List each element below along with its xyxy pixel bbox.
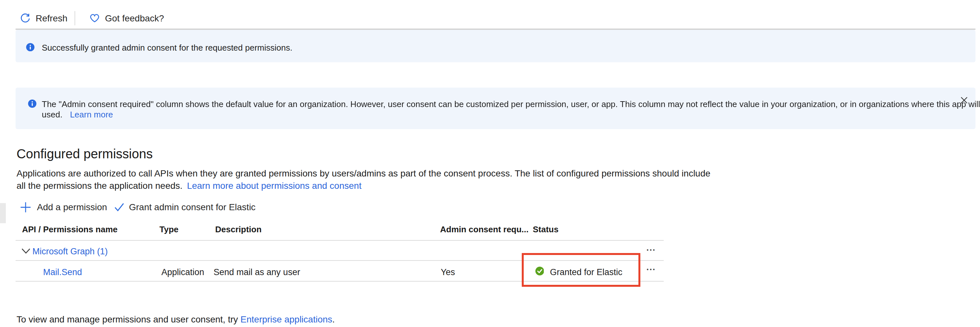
info-icon — [26, 43, 35, 51]
banner-text-line2: used. — [42, 110, 62, 120]
footer-text: To view and manage permissions and user … — [16, 314, 240, 324]
column-header-admin-consent: Admin consent requ... — [440, 225, 528, 234]
grant-admin-consent-button[interactable]: Grant admin consent for Elastic — [114, 201, 256, 213]
red-highlight-annotation — [522, 253, 640, 286]
permission-description-cell: Send mail as any user — [213, 267, 300, 277]
success-banner-text: Successfully granted admin consent for t… — [42, 43, 292, 52]
row-context-menu-button[interactable]: ••• — [643, 246, 660, 254]
toolbar-divider — [75, 11, 75, 25]
info-icon — [28, 99, 37, 108]
footer-period: . — [332, 314, 335, 324]
add-permission-button[interactable]: Add a permission — [20, 201, 107, 213]
learn-more-link[interactable]: Learn more — [70, 110, 113, 120]
grant-admin-consent-label: Grant admin consent for Elastic — [129, 202, 256, 212]
check-icon — [114, 202, 124, 212]
banner-text-line1: The "Admin consent required" column show… — [42, 99, 980, 108]
permission-type-cell: Application — [161, 267, 204, 277]
refresh-label: Refresh — [36, 13, 67, 23]
plus-icon — [20, 201, 31, 212]
page-title: Configured permissions — [16, 146, 153, 161]
admin-consent-banner-text: The "Admin consent required" column show… — [42, 99, 980, 120]
section-description: Applications are authorized to call APIs… — [16, 167, 710, 191]
permissions-table: API / Permissions name Type Description … — [16, 220, 663, 292]
enterprise-applications-link[interactable]: Enterprise applications — [240, 314, 332, 324]
header-divider — [16, 240, 663, 241]
column-header-status: Status — [533, 225, 558, 234]
description-line2: all the permissions the application need… — [16, 180, 183, 190]
heart-icon — [89, 13, 100, 23]
commandbar-separator — [16, 29, 975, 30]
api-permissions-page: Refresh Got feedback? Successfully grant… — [0, 0, 980, 327]
refresh-button[interactable]: Refresh — [20, 12, 67, 24]
refresh-icon — [20, 13, 30, 23]
footer-note: To view and manage permissions and user … — [16, 314, 335, 324]
feedback-label: Got feedback? — [105, 13, 164, 23]
row-context-menu-button[interactable]: ••• — [643, 266, 660, 274]
chevron-down-icon[interactable] — [21, 247, 30, 254]
left-edge-scrollbar[interactable] — [0, 203, 6, 223]
add-permission-label: Add a permission — [37, 202, 107, 212]
column-header-type: Type — [159, 225, 178, 234]
learn-more-permissions-link[interactable]: Learn more about permissions and consent — [187, 180, 362, 190]
permission-name-link[interactable]: Mail.Send — [43, 267, 82, 277]
admin-consent-info-banner: The "Admin consent required" column show… — [16, 88, 975, 129]
feedback-button[interactable]: Got feedback? — [89, 12, 164, 24]
column-header-description: Description — [215, 225, 261, 234]
admin-consent-required-cell: Yes — [441, 267, 455, 277]
column-header-api-name: API / Permissions name — [22, 225, 118, 234]
banner-close-button[interactable] — [957, 93, 971, 107]
close-icon — [960, 96, 967, 104]
description-line1: Applications are authorized to call APIs… — [16, 168, 710, 179]
success-banner: Successfully granted admin consent for t… — [16, 30, 975, 62]
microsoft-graph-link[interactable]: Microsoft Graph (1) — [32, 246, 108, 256]
